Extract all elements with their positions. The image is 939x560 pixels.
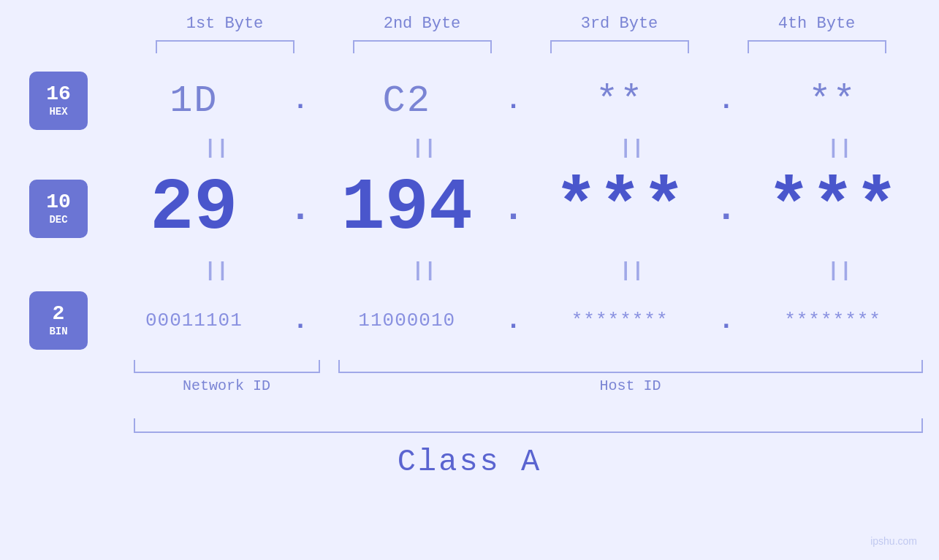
network-id-text: Network ID bbox=[183, 377, 270, 394]
byte-header-1: 1st Byte bbox=[145, 15, 305, 33]
eq-3: || bbox=[620, 137, 645, 159]
bin-dot-3: . bbox=[715, 306, 737, 336]
bracket-4 bbox=[748, 40, 886, 53]
dec-dot-3: . bbox=[715, 188, 737, 230]
bin-row: 2 BIN 00011101 . 11000010 . ******** . *… bbox=[0, 284, 939, 357]
dec-dot-2: . bbox=[502, 188, 524, 230]
bin-val-4: ******** bbox=[784, 310, 881, 331]
bracket-2 bbox=[353, 40, 492, 53]
bottom-bracket-row: Network ID Host ID bbox=[134, 360, 923, 396]
dec-val-1: 29 bbox=[150, 167, 237, 250]
bracket-3 bbox=[550, 40, 689, 53]
bin-cell-2: 11000010 bbox=[334, 310, 480, 331]
dec-cell-2: 194 bbox=[334, 172, 480, 245]
bin-cell-4: ******** bbox=[760, 310, 906, 331]
hex-cell-1: 1D bbox=[121, 80, 267, 123]
bin-dot-1: . bbox=[289, 306, 311, 336]
eq-1: || bbox=[204, 137, 229, 159]
bracket-1 bbox=[156, 40, 294, 53]
host-id-bracket bbox=[338, 360, 923, 373]
dec-row: 10 DEC 29 . 194 . *** . *** bbox=[0, 161, 939, 256]
hex-dot-1: . bbox=[289, 86, 311, 116]
hex-badge: 16 HEX bbox=[29, 72, 88, 130]
eq2-col-2: || bbox=[351, 259, 497, 282]
bin-badge: 2 BIN bbox=[29, 291, 88, 350]
network-id-bracket bbox=[134, 360, 320, 373]
hex-cell-2: C2 bbox=[334, 80, 480, 123]
bin-cell-1: 00011101 bbox=[121, 310, 267, 331]
bin-values: 00011101 . 11000010 . ******** . *******… bbox=[88, 306, 939, 336]
dec-values: 29 . 194 . *** . *** bbox=[88, 172, 939, 245]
byte-header-2: 2nd Byte bbox=[342, 15, 503, 33]
eq-col-4: || bbox=[767, 137, 913, 159]
eq2-1: || bbox=[204, 259, 229, 282]
host-id-text: Host ID bbox=[599, 377, 661, 394]
byte-header-3: 3rd Byte bbox=[539, 15, 700, 33]
eq2-col-1: || bbox=[143, 259, 289, 282]
dec-val-3: *** bbox=[554, 167, 685, 250]
byte-header-4: 4th Byte bbox=[737, 15, 897, 33]
eq-4: || bbox=[827, 137, 852, 159]
equals-hex-dec: || || || || bbox=[134, 134, 923, 161]
bin-val-2: 11000010 bbox=[358, 310, 455, 331]
top-brackets bbox=[126, 40, 916, 53]
dec-badge-label: DEC bbox=[49, 214, 67, 226]
bin-cell-3: ******** bbox=[547, 310, 693, 331]
hex-dot-3: . bbox=[715, 86, 737, 116]
dec-badge: 10 DEC bbox=[29, 180, 88, 238]
hex-cell-4: ** bbox=[760, 80, 906, 123]
eq2-2: || bbox=[412, 259, 437, 282]
eq2-4: || bbox=[827, 259, 852, 282]
hex-val-4: ** bbox=[808, 80, 856, 123]
hex-val-1: 1D bbox=[170, 80, 218, 123]
equals-dec-bin: || || || || bbox=[134, 256, 923, 284]
dec-dot-1: . bbox=[289, 188, 311, 230]
dec-cell-3: *** bbox=[547, 172, 693, 245]
main-container: 1st Byte 2nd Byte 3rd Byte 4th Byte 16 H… bbox=[0, 0, 939, 560]
hex-badge-label: HEX bbox=[49, 106, 67, 118]
dec-cell-4: *** bbox=[760, 172, 906, 245]
eq2-col-3: || bbox=[559, 259, 705, 282]
hex-val-3: ** bbox=[596, 80, 644, 123]
host-id-label: Host ID bbox=[338, 377, 923, 394]
eq2-3: || bbox=[620, 259, 645, 282]
bin-val-1: 00011101 bbox=[145, 310, 243, 331]
hex-cell-3: ** bbox=[547, 80, 693, 123]
hex-row: 16 HEX 1D . C2 . ** . ** bbox=[0, 68, 939, 134]
class-row: Class A bbox=[0, 445, 939, 480]
eq-col-2: || bbox=[351, 137, 497, 159]
hex-dot-2: . bbox=[502, 86, 524, 116]
dec-badge-number: 10 bbox=[46, 192, 71, 212]
dec-val-4: *** bbox=[767, 167, 899, 250]
bin-dot-2: . bbox=[502, 306, 524, 336]
hex-values: 1D . C2 . ** . ** bbox=[88, 80, 939, 123]
byte-headers: 1st Byte 2nd Byte 3rd Byte 4th Byte bbox=[126, 15, 916, 33]
network-id-label: Network ID bbox=[134, 377, 320, 394]
dec-cell-1: 29 bbox=[121, 172, 267, 245]
bin-badge-number: 2 bbox=[53, 304, 65, 324]
full-bottom-bracket bbox=[134, 418, 923, 433]
bin-badge-label: BIN bbox=[49, 326, 67, 337]
bin-val-3: ******** bbox=[571, 310, 669, 331]
eq-col-1: || bbox=[143, 137, 289, 159]
eq-2: || bbox=[412, 137, 437, 159]
hex-badge-number: 16 bbox=[46, 84, 71, 104]
watermark: ipshu.com bbox=[870, 535, 917, 547]
hex-val-2: C2 bbox=[383, 80, 431, 123]
eq-col-3: || bbox=[559, 137, 705, 159]
eq2-col-4: || bbox=[767, 259, 913, 282]
dec-val-2: 194 bbox=[341, 167, 473, 250]
class-label: Class A bbox=[398, 445, 541, 480]
